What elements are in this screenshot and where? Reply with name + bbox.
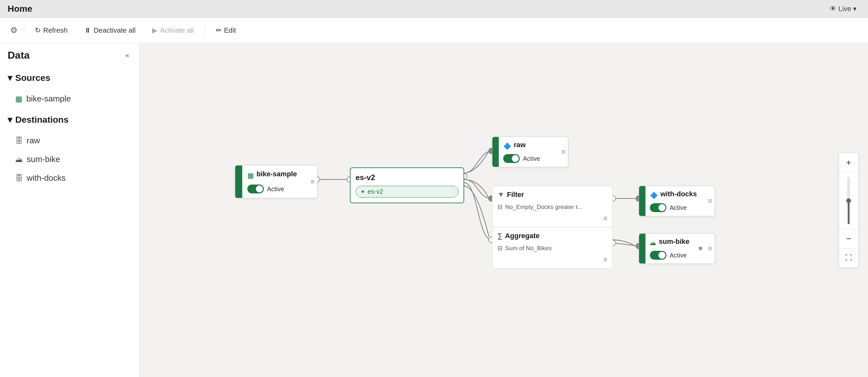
aggregate-node-header: ∑ Aggregate xyxy=(497,232,607,240)
raw-node-status: Active xyxy=(523,155,540,162)
source-node-menu-icon[interactable]: ≡ xyxy=(308,176,317,187)
destinations-section-header[interactable]: ▾ Destinations xyxy=(0,109,140,130)
deactivate-all-button[interactable]: ⏸ Deactivate all xyxy=(77,22,143,39)
sum-bike-node-toggle[interactable] xyxy=(650,251,666,260)
aggregate-node-menu-icon[interactable]: ≡ xyxy=(497,255,607,264)
raw-node-icon: 🔷 xyxy=(503,142,511,150)
sidebar-header: Data « xyxy=(0,49,140,68)
sidebar-title: Data xyxy=(8,49,30,61)
sum-bike-toggle-knob xyxy=(658,252,665,259)
toolbar-divider-2 xyxy=(205,24,205,37)
raw-toggle-knob xyxy=(512,155,519,162)
sidebar-item-bike-sample-label: bike-sample xyxy=(26,94,71,104)
aggregate-node[interactable]: ∑ Aggregate ⊟ Sum of No_Bikes ≡ xyxy=(492,227,613,269)
with-docks-node-status: Active xyxy=(670,204,687,211)
edit-button[interactable]: ✏ Edit xyxy=(209,22,243,39)
filter-node-menu-icon[interactable]: ≡ xyxy=(497,214,607,222)
sidebar-item-raw-label: raw xyxy=(27,136,40,145)
aggregate-icon: ∑ xyxy=(497,232,503,240)
source-node-status: Active xyxy=(267,185,284,193)
destinations-section-items: 🗄 raw ⛰ sum-bike 🗄 with-docks xyxy=(0,130,140,188)
sum-bike-icon: ⛰ xyxy=(15,155,23,164)
page-title: Home xyxy=(8,4,32,14)
zoom-controls: + − ⛶ xyxy=(839,153,859,268)
activate-label: Activate all xyxy=(160,26,194,35)
activate-icon: ▶ xyxy=(152,26,157,35)
raw-node-menu-icon[interactable]: ≡ xyxy=(559,146,568,157)
raw-node-title: raw xyxy=(514,141,526,149)
filter-node[interactable]: ▼ Filter ⊟ No_Empty_Docks greater t... ≡ xyxy=(492,186,613,227)
with-docks-icon: 🗄 xyxy=(15,174,23,183)
refresh-icon: ↻ xyxy=(35,26,41,35)
sum-bike-dest-node[interactable]: ⛰ sum-bike Active ✱ ≡ xyxy=(639,233,715,264)
filter-node-condition: No_Empty_Docks greater t... xyxy=(505,204,583,210)
sum-bike-node-menu-icon[interactable]: ≡ xyxy=(706,243,715,254)
with-docks-node-bar xyxy=(639,186,646,216)
deactivate-icon: ⏸ xyxy=(84,26,91,35)
destinations-label: Destinations xyxy=(15,115,69,125)
sources-section-items: ▦ bike-sample xyxy=(0,88,140,109)
aggregate-node-condition: Sum of No_Bikes xyxy=(505,245,552,252)
source-node-toggle[interactable] xyxy=(247,184,264,194)
sidebar-item-raw[interactable]: 🗄 raw xyxy=(0,131,140,150)
with-docks-node-toggle-row: Active xyxy=(650,203,701,212)
zoom-slider[interactable] xyxy=(848,177,849,225)
aggregate-node-condition-row: ⊟ Sum of No_Bikes xyxy=(497,243,607,253)
title-bar: Home 👁 Live ▾ xyxy=(0,0,868,18)
source-node-content: ▦ bike-sample Active xyxy=(242,166,308,198)
esv2-node-title: es-v2 xyxy=(355,173,375,182)
with-docks-dest-node[interactable]: 🔷 with-docks Active ≡ xyxy=(639,186,715,216)
with-docks-toggle-knob xyxy=(658,204,665,211)
esv2-node[interactable]: es-v2 ✦ es-v2 xyxy=(350,167,464,203)
sum-bike-extra-icon[interactable]: ✱ xyxy=(695,244,706,253)
svg-line-2 xyxy=(613,243,639,246)
filter-icon: ▼ xyxy=(497,191,504,199)
raw-node-toggle[interactable] xyxy=(503,154,520,163)
sum-bike-node-icon: ⛰ xyxy=(650,239,656,247)
sources-section-header[interactable]: ▾ Sources xyxy=(0,68,140,88)
collapse-sidebar-button[interactable]: « xyxy=(123,50,132,61)
sum-bike-node-content: ⛰ sum-bike Active xyxy=(646,234,695,264)
source-node-title: bike-sample xyxy=(256,170,297,178)
main-layout: Data « ▾ Sources ▦ bike-sample ▾ Destina… xyxy=(0,43,868,377)
esv2-node-pill: ✦ es-v2 xyxy=(355,186,459,198)
sidebar: Data « ▾ Sources ▦ bike-sample ▾ Destina… xyxy=(0,43,140,377)
filter-condition-icon: ⊟ xyxy=(497,203,503,210)
live-label: Live xyxy=(838,5,851,13)
refresh-button[interactable]: ↻ Refresh xyxy=(28,22,74,39)
destinations-chevron-icon: ▾ xyxy=(8,114,12,125)
fit-view-button[interactable]: ⛶ xyxy=(839,248,858,267)
with-docks-node-icon: 🔷 xyxy=(650,192,658,199)
source-node-bike-sample[interactable]: ▦ bike-sample Active ≡ xyxy=(235,165,317,198)
zoom-in-button[interactable]: + xyxy=(839,153,858,172)
source-node-toggle-row: Active xyxy=(247,184,303,194)
sum-bike-node-status: Active xyxy=(670,252,687,259)
sidebar-item-with-docks[interactable]: 🗄 with-docks xyxy=(0,169,140,187)
canvas: ▦ bike-sample Active ≡ es-v2 ✦ es-v2 xyxy=(140,43,868,377)
sidebar-item-bike-sample[interactable]: ▦ bike-sample xyxy=(0,90,140,108)
aggregate-condition-icon: ⊟ xyxy=(497,244,503,252)
with-docks-node-content: 🔷 with-docks Active xyxy=(646,186,706,216)
with-docks-node-menu-icon[interactable]: ≡ xyxy=(706,196,715,206)
source-node-table-icon: ▦ xyxy=(247,172,254,180)
chevron-down-icon: ▾ xyxy=(853,5,857,13)
settings-icon[interactable]: ⚙ xyxy=(8,23,20,38)
raw-storage-icon: 🗄 xyxy=(15,136,23,145)
edit-label: Edit xyxy=(224,26,236,35)
zoom-slider-container xyxy=(839,172,858,229)
toolbar-divider-1 xyxy=(24,24,24,37)
raw-dest-node[interactable]: 🔷 raw Active ≡ xyxy=(492,137,568,167)
eye-icon: 👁 xyxy=(830,5,837,13)
with-docks-node-toggle[interactable] xyxy=(650,203,666,212)
activate-all-button[interactable]: ▶ Activate all xyxy=(145,22,200,39)
sum-bike-node-title: sum-bike xyxy=(659,238,689,246)
sidebar-item-sum-bike[interactable]: ⛰ sum-bike xyxy=(0,150,140,169)
zoom-out-button[interactable]: − xyxy=(839,229,858,248)
raw-node-toggle-row: Active xyxy=(503,154,554,163)
raw-node-bar xyxy=(492,137,499,167)
sources-chevron-icon: ▾ xyxy=(8,73,12,83)
sum-bike-node-bar xyxy=(639,234,646,264)
filter-node-condition-row: ⊟ No_Empty_Docks greater t... xyxy=(497,202,607,212)
filter-node-title: Filter xyxy=(507,191,524,199)
live-badge-button[interactable]: 👁 Live ▾ xyxy=(826,3,860,14)
